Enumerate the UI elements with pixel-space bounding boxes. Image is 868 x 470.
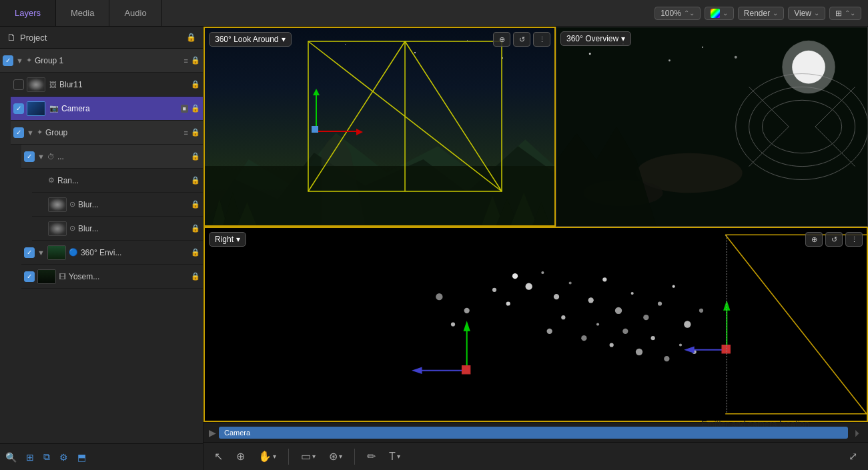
layer-blur1-label: Blur... xyxy=(78,200,191,209)
layer-anim-checkbox[interactable] xyxy=(24,151,35,162)
tab-group: Layers Media Audio xyxy=(0,0,162,26)
color-icon xyxy=(711,9,720,18)
frame-tool-btn[interactable]: ▭ ▾ xyxy=(297,447,320,465)
layer-blur11-thumb xyxy=(27,77,45,92)
360env-collapse-icon: ▼ xyxy=(37,249,45,257)
layer-blur1[interactable]: ⊙ Blur... 🔒 xyxy=(32,193,203,217)
group1-collapse-icon: ▼ xyxy=(16,57,23,65)
pen-tool-btn[interactable]: ✏ xyxy=(363,447,380,465)
group1-lock: 🔒 xyxy=(191,56,200,65)
layer-blur2[interactable]: ⊙ Blur... 🔒 xyxy=(32,217,203,241)
svg-marker-74 xyxy=(684,347,695,353)
layer-360env[interactable]: ▼ 🔵 360° Envi... 🔒 xyxy=(21,241,203,265)
object-icon: ⊛ xyxy=(329,450,338,463)
layout-control[interactable]: ⊞ ⌃⌄ xyxy=(829,7,861,20)
zoom-chevron: ⌃⌄ xyxy=(684,9,695,17)
layer-ran[interactable]: ⚙ Ran... 🔒 xyxy=(32,169,203,193)
svg-point-31 xyxy=(702,47,703,48)
layer-camera[interactable]: 📷 Camera ■ 🔒 xyxy=(11,97,203,121)
group2-collapse-icon: ▼ xyxy=(27,129,34,137)
tab-media[interactable]: Media xyxy=(56,0,109,26)
overview-dropdown[interactable]: 360° Overview ▾ xyxy=(560,31,631,46)
viewport-overview[interactable]: 360° Overview ▾ xyxy=(556,27,868,227)
select-tool-btn[interactable]: ↖ xyxy=(210,447,227,465)
layer-group1-checkbox[interactable] xyxy=(3,55,13,66)
layers-icon[interactable]: ⧉ xyxy=(43,451,50,463)
right-more-btn[interactable]: ⋮ xyxy=(845,232,863,247)
yosem-lock: 🔒 xyxy=(191,272,200,281)
blur1-lock: 🔒 xyxy=(191,200,200,209)
svg-point-46 xyxy=(631,292,634,295)
layer-group1[interactable]: ▼ ✦ Group 1 ≡ 🔒 xyxy=(0,49,203,73)
gear-icon[interactable]: ⚙ xyxy=(59,452,68,463)
svg-point-57 xyxy=(581,335,586,341)
vp-reset-btn[interactable]: ↺ xyxy=(513,32,530,47)
frame-icon: ▭ xyxy=(301,450,311,463)
render-chevron: ⌄ xyxy=(773,9,778,17)
group1-script-icon: ✦ xyxy=(26,56,32,65)
timeline-track[interactable]: Camera xyxy=(219,427,848,439)
project-label: Project xyxy=(20,33,182,43)
svg-point-36 xyxy=(512,273,518,279)
top-viewports: 360° Look Around ▾ ⊕ ↺ ⋮ xyxy=(203,27,868,227)
grid-icon[interactable]: ⊞ xyxy=(26,452,34,463)
toolbar-separator-2 xyxy=(354,449,355,465)
expand-tool-btn[interactable]: ⤢ xyxy=(845,447,861,465)
svg-point-56 xyxy=(561,315,565,319)
look-around-controls: ⊕ ↺ ⋮ xyxy=(493,32,550,47)
layout-icon: ⊞ xyxy=(835,9,842,18)
layer-yosem-thumb xyxy=(37,269,56,284)
blue-handle-box[interactable] xyxy=(312,126,318,133)
layer-group2-label: Group xyxy=(45,128,184,137)
overview-scene xyxy=(556,27,867,226)
360env-360-icon: 🔵 xyxy=(69,248,78,257)
right-view-controls: ⊕ ↺ ⋮ xyxy=(805,232,863,247)
right-reset-btn[interactable]: ↺ xyxy=(825,232,843,247)
svg-line-15 xyxy=(405,41,502,191)
layer-360env-checkbox[interactable] xyxy=(24,247,35,258)
object-chevron: ▾ xyxy=(339,453,342,460)
viewport-right[interactable]: Right ▾ ⊕ ↺ ⋮ xyxy=(203,227,868,422)
red-arrow-h xyxy=(316,131,356,132)
layer-camera-checkbox[interactable] xyxy=(13,103,24,114)
right-orbit-btn[interactable]: ⊕ xyxy=(805,232,823,247)
right-dropdown[interactable]: Right ▾ xyxy=(209,232,246,247)
layer-group1-label: Group 1 xyxy=(35,56,184,65)
svg-rect-75 xyxy=(722,345,730,353)
pan-tool-btn[interactable]: ✋ ▾ xyxy=(254,447,280,465)
svg-point-63 xyxy=(664,356,669,361)
orbit-tool-btn[interactable]: ⊕ xyxy=(232,447,249,465)
view-control[interactable]: View ⌄ xyxy=(788,7,825,20)
svg-point-53 xyxy=(451,322,455,326)
zoom-control[interactable]: 100% ⌃⌄ xyxy=(655,7,701,20)
layer-yosem[interactable]: 🎞 Yosem... 🔒 xyxy=(21,265,203,289)
expand-icon: ⤢ xyxy=(849,450,857,463)
vp-orbit-btn[interactable]: ⊕ xyxy=(493,32,510,47)
text-tool-btn[interactable]: T ▾ xyxy=(385,448,404,465)
layer-blur11-checkbox[interactable] xyxy=(13,79,24,90)
layer-group2-checkbox[interactable] xyxy=(13,127,24,138)
svg-point-59 xyxy=(610,343,614,347)
layer-group2[interactable]: ▼ ✦ Group ≡ 🔒 xyxy=(11,121,203,145)
layer-anim[interactable]: ▼ ⏱ ... 🔒 xyxy=(21,145,203,169)
share-icon[interactable]: ⬒ xyxy=(77,452,86,463)
viewport-look-around[interactable]: 360° Look Around ▾ ⊕ ↺ ⋮ xyxy=(203,27,556,227)
look-around-dropdown[interactable]: 360° Look Around ▾ xyxy=(209,32,292,47)
layer-yosem-checkbox[interactable] xyxy=(24,271,35,282)
svg-point-61 xyxy=(636,349,642,355)
svg-point-40 xyxy=(554,294,559,299)
tab-layers[interactable]: Layers xyxy=(0,0,56,26)
tab-audio[interactable]: Audio xyxy=(109,0,161,26)
color-control[interactable]: ⌄ xyxy=(705,7,734,20)
green-arrow-v xyxy=(316,91,317,131)
top-bar: Layers Media Audio 100% ⌃⌄ ⌄ Render ⌄ Vi… xyxy=(0,0,868,27)
red-arrow-head xyxy=(356,129,363,135)
object-tool-btn[interactable]: ⊛ ▾ xyxy=(325,447,346,465)
svg-point-52 xyxy=(464,308,470,313)
green-arrow-head xyxy=(313,89,320,95)
layer-blur11[interactable]: 🖼 Blur11 🔒 xyxy=(11,73,203,97)
search-icon[interactable]: 🔍 xyxy=(5,452,17,463)
vp-more-btn[interactable]: ⋮ xyxy=(533,32,550,47)
svg-point-42 xyxy=(569,281,572,284)
render-control[interactable]: Render ⌄ xyxy=(738,7,784,20)
